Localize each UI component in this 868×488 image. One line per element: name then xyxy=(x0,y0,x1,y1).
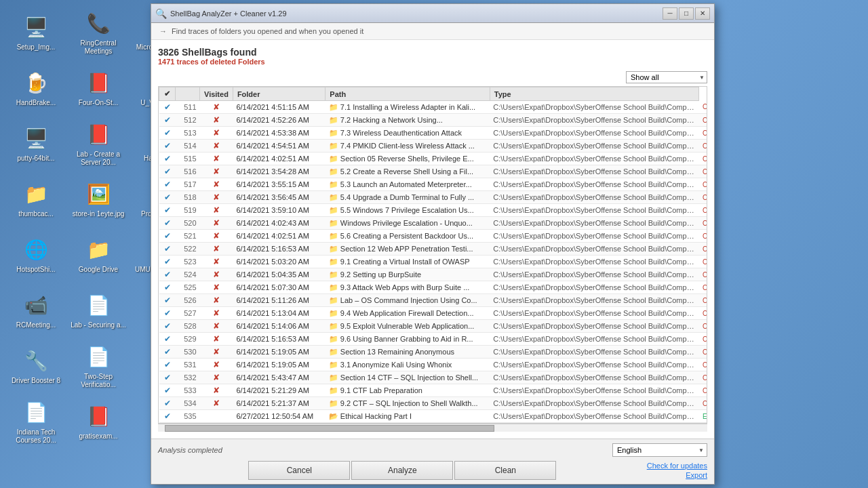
row-delete-icon[interactable]: ✘ xyxy=(200,371,233,384)
table-row: ✔ 522 ✘ 6/14/2021 5:16:53 AM 📁 Section 1… xyxy=(159,243,707,256)
row-check[interactable]: ✔ xyxy=(159,384,176,397)
row-check[interactable]: ✔ xyxy=(159,230,176,243)
folder-icon: 📁 xyxy=(329,245,338,253)
row-delete-icon[interactable]: ✘ xyxy=(200,294,233,307)
row-check[interactable]: ✔ xyxy=(159,307,176,320)
row-delete-icon[interactable]: ✘ xyxy=(200,114,233,127)
row-delete-icon[interactable]: ✘ xyxy=(200,384,233,397)
minimize-button[interactable]: ─ xyxy=(663,7,677,20)
table-header-row: ✔ Visited Folder Path Type xyxy=(159,87,707,101)
desktop-icon-labsec[interactable]: 📄 Lab - Securing a... xyxy=(68,283,129,338)
row-delete-icon[interactable]: ✘ xyxy=(200,191,233,204)
analyze-button[interactable]: Analyze xyxy=(351,461,453,480)
row-delete-icon[interactable]: ✘ xyxy=(200,333,233,346)
desktop-icon-ringcentral[interactable]: 📞 RingCentral Meetings xyxy=(68,5,129,60)
row-delete-icon[interactable]: ✘ xyxy=(200,165,233,178)
row-check[interactable]: ✔ xyxy=(159,127,176,140)
row-delete-icon[interactable]: ✘ xyxy=(200,217,233,230)
row-check[interactable]: ✔ xyxy=(159,294,176,307)
row-check[interactable]: ✔ xyxy=(159,152,176,165)
row-check[interactable]: ✔ xyxy=(159,101,176,114)
row-delete-icon[interactable]: ✘ xyxy=(200,268,233,281)
folder-icon: 📁 xyxy=(329,232,338,240)
checkmark-icon: ✔ xyxy=(164,321,171,331)
row-check[interactable]: ✔ xyxy=(159,281,176,294)
row-delete-icon[interactable]: ✘ xyxy=(200,281,233,294)
row-check[interactable]: ✔ xyxy=(159,140,176,152)
row-type: Old / delete xyxy=(699,101,707,114)
row-check[interactable]: ✔ xyxy=(159,243,176,256)
row-delete-icon[interactable]: ✘ xyxy=(200,346,233,359)
row-check[interactable]: ✔ xyxy=(159,204,176,217)
row-visited: 6/14/2021 4:53:38 AM xyxy=(233,127,325,140)
x-icon: ✘ xyxy=(213,308,220,318)
row-delete-icon[interactable]: ✘ xyxy=(200,397,233,410)
row-delete-icon[interactable]: ✘ xyxy=(200,307,233,320)
clean-button[interactable]: Clean xyxy=(454,461,556,480)
row-check[interactable]: ✔ xyxy=(159,410,176,423)
row-type: Old / delete xyxy=(699,114,707,127)
row-folder: 📁 7.4 PMKID Client-less Wireless Attack … xyxy=(326,140,490,152)
row-check[interactable]: ✔ xyxy=(159,268,176,281)
show-all-select[interactable]: Show all Old / delete Existing Folders xyxy=(626,71,707,83)
title-bar-controls: ─ □ ✕ xyxy=(663,7,710,20)
desktop-icon-gratiexam[interactable]: 📕 gratisexam... xyxy=(68,394,129,449)
row-check[interactable]: ✔ xyxy=(159,371,176,384)
row-delete-icon[interactable]: ✘ xyxy=(200,204,233,217)
row-check[interactable]: ✔ xyxy=(159,256,176,268)
row-delete-icon[interactable]: ✘ xyxy=(200,320,233,333)
desktop-icon-fouropdf[interactable]: 📕 Four-On-St... xyxy=(68,61,129,115)
cancel-button[interactable]: Cancel xyxy=(248,461,350,480)
folder-icon: 📁 xyxy=(329,129,338,137)
close-button[interactable]: ✕ xyxy=(695,7,710,20)
row-check[interactable]: ✔ xyxy=(159,114,176,127)
desktop-icon-putty[interactable]: 🖥️ putty-64bit... xyxy=(5,117,66,171)
row-check[interactable]: ✔ xyxy=(159,320,176,333)
desktop-icon-thumbcac[interactable]: 📁 thumbcac... xyxy=(5,172,66,226)
desktop-icon-store[interactable]: 🖼️ store-in 1eyte.jpg xyxy=(68,172,129,226)
shellbag-table-container[interactable]: ✔ Visited Folder Path Type ✔ 511 ✘ 6/14/… xyxy=(158,86,707,424)
h-scroll-thumb[interactable] xyxy=(165,425,494,432)
check-updates-link[interactable]: Check for updates xyxy=(647,462,707,470)
desktop-icon-indiana[interactable]: 📄 Indiana Tech Courses 20... xyxy=(5,394,66,449)
checkmark-icon: ✔ xyxy=(164,167,171,176)
desktop-icon-driver[interactable]: 🔧 Driver Booster 8 xyxy=(5,339,66,393)
row-delete-icon[interactable]: ✘ xyxy=(200,230,233,243)
maximize-button[interactable]: □ xyxy=(679,7,694,20)
row-delete-icon[interactable]: ✘ xyxy=(200,256,233,268)
language-select[interactable]: English Español Français Deutsch xyxy=(612,443,707,457)
row-delete-icon[interactable]: ✘ xyxy=(200,140,233,152)
row-delete-icon[interactable]: ✘ xyxy=(200,243,233,256)
links-area: Check for updates Export xyxy=(647,462,707,479)
row-delete-icon[interactable]: ✘ xyxy=(200,127,233,140)
desktop-icon-setup[interactable]: 🖥️ Setup_Img... xyxy=(5,5,66,60)
row-check[interactable]: ✔ xyxy=(159,397,176,410)
row-delete-icon[interactable]: ✘ xyxy=(200,178,233,191)
row-delete-icon[interactable] xyxy=(200,410,233,423)
row-type: Old / delete xyxy=(699,178,707,191)
table-row: ✔ 525 ✘ 6/14/2021 5:07:30 AM 📁 9.3 Attac… xyxy=(159,281,707,294)
row-visited: 6/14/2021 5:16:53 AM xyxy=(233,243,325,256)
row-check[interactable]: ✔ xyxy=(159,333,176,346)
status-row: Analysis completed English Español Franç… xyxy=(158,443,707,457)
row-delete-icon[interactable]: ✘ xyxy=(200,152,233,165)
desktop-icon-handbra[interactable]: 🍺 HandBrake... xyxy=(5,61,66,115)
row-check[interactable]: ✔ xyxy=(159,178,176,191)
row-check[interactable]: ✔ xyxy=(159,346,176,359)
export-link[interactable]: Export xyxy=(686,471,707,479)
row-check[interactable]: ✔ xyxy=(159,359,176,371)
row-visited: 6/14/2021 5:13:04 AM xyxy=(233,307,325,320)
horizontal-scrollbar[interactable] xyxy=(158,424,707,432)
row-check[interactable]: ✔ xyxy=(159,191,176,204)
row-check[interactable]: ✔ xyxy=(159,165,176,178)
desktop-icon-twostep[interactable]: 📄 Two-Step Verificatio... xyxy=(68,339,129,393)
row-check[interactable]: ✔ xyxy=(159,217,176,230)
desktop-icon-rcmeeting[interactable]: 📹 RCMeeting... xyxy=(5,283,66,338)
desktop-icon-hotspot[interactable]: 🌐 HotspotShi... xyxy=(5,228,66,282)
desktop-icon-labcreate[interactable]: 📕 Lab - Create a Server 20... xyxy=(68,117,129,171)
th-num xyxy=(176,87,200,101)
row-delete-icon[interactable]: ✘ xyxy=(200,101,233,114)
row-number: 522 xyxy=(176,243,200,256)
desktop-icon-googledrive[interactable]: 📁 Google Drive xyxy=(68,228,129,282)
row-delete-icon[interactable]: ✘ xyxy=(200,359,233,371)
